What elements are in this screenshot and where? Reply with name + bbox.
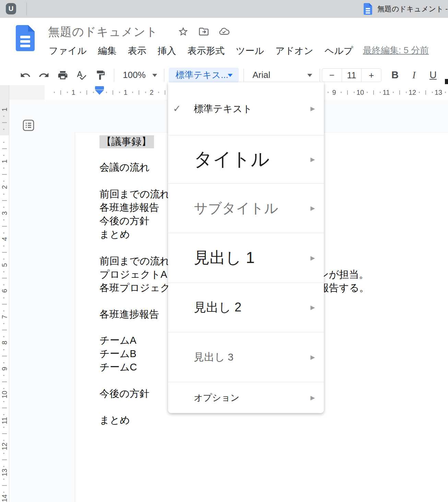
menu-item-7[interactable]: ヘルプ [325, 45, 353, 57]
ruler-number: 10 [1, 390, 8, 399]
doc-line[interactable]: プロジェクトA [99, 268, 167, 281]
ruler-number: 2 [1, 183, 8, 192]
ruler-tick [432, 92, 433, 93]
doc-line[interactable]: チームC [99, 361, 137, 374]
underline-button[interactable]: U [429, 65, 437, 85]
doc-line-text: 今後の方針 [99, 215, 150, 226]
font-size-decrease-button[interactable]: − [322, 69, 342, 82]
styles-selector[interactable]: 標準テキス... [169, 68, 239, 83]
doc-line-text: 会議の流れ [99, 162, 150, 173]
doc-line[interactable]: まとめ [99, 413, 130, 427]
ruler-tick [406, 92, 407, 93]
menu-item-2[interactable]: 表示 [128, 45, 146, 57]
doc-line-overflow[interactable]: 報告する。 [323, 281, 399, 295]
doc-line[interactable]: 会議の流れ [99, 161, 150, 174]
font-size-increase-button[interactable]: + [361, 69, 381, 82]
doc-line-text: チームA [99, 335, 137, 346]
move-folder-icon[interactable] [198, 26, 209, 38]
submenu-arrow-icon: ▶ [310, 205, 315, 212]
ruler-number: 8 [1, 338, 8, 347]
ruler-tick [445, 92, 446, 93]
doc-line[interactable]: 各班進捗報告 [99, 201, 159, 214]
toolbar-separator [164, 69, 164, 82]
ruler-tick [3, 427, 4, 428]
tab-title[interactable]: 無題のドキュメント - Google ドキュメン [377, 0, 448, 18]
docs-header: 無題のドキュメント ファイル編集表示挿入表示形式ツールアドオンヘルプ 最終編集:… [0, 18, 448, 65]
style-option-5[interactable]: 見出し 3▶ [168, 332, 324, 382]
style-option-1[interactable]: タイトル▶ [168, 135, 324, 183]
ruler-number: 11 [1, 416, 8, 425]
style-option-6[interactable]: オプション▶ [168, 382, 324, 413]
ruler-tick [3, 155, 4, 156]
doc-line-text: 前回までの流れ [99, 255, 170, 266]
bold-button[interactable]: B [391, 65, 399, 85]
ruler-tick [2, 122, 7, 123]
ruler-tick [399, 90, 400, 95]
doc-line-text: まとめ [99, 414, 130, 425]
style-option-label: 標準テキスト [194, 102, 252, 115]
doc-line-overflow[interactable]: ンが担当。 [323, 268, 399, 281]
menu-bar: ファイル編集表示挿入表示形式ツールアドオンヘルプ [49, 45, 353, 57]
doc-line-text: チームC [99, 362, 137, 373]
doc-line[interactable]: チームB [99, 347, 137, 361]
style-option-0[interactable]: ✓標準テキスト▶ [168, 82, 324, 135]
ruler-tick [3, 284, 4, 285]
ruler-tick [2, 278, 7, 278]
doc-line-text: 【議事録】 [99, 135, 154, 148]
vertical-ruler[interactable]: 11234567891011121314 [0, 100, 9, 502]
style-option-4[interactable]: 見出し 2▶ [168, 283, 324, 332]
doc-line[interactable]: 前回までの流れ [99, 254, 170, 268]
document-title[interactable]: 無題のドキュメント [48, 24, 158, 40]
menu-item-0[interactable]: ファイル [49, 45, 87, 57]
doc-line[interactable]: 今後の方針 [99, 387, 150, 400]
doc-line[interactable]: まとめ [99, 228, 130, 241]
zoom-control[interactable]: 100% [123, 65, 146, 85]
google-docs-logo-icon[interactable] [16, 25, 35, 53]
doc-line[interactable]: 今後の方針 [99, 214, 150, 228]
menu-item-4[interactable]: 表示形式 [188, 45, 225, 57]
ruler-tick [3, 142, 4, 143]
italic-button[interactable]: I [412, 65, 416, 85]
doc-line[interactable]: 各班プロジェク [99, 281, 170, 295]
last-edit-link[interactable]: 最終編集: 5 分前 [363, 44, 429, 56]
doc-line[interactable]: 前回までの流れ [99, 187, 170, 201]
print-icon[interactable] [57, 70, 68, 81]
star-icon[interactable] [178, 26, 189, 38]
ruler-number: 1 [123, 85, 127, 100]
ruler-number: 7 [1, 312, 8, 321]
ruler-tick [2, 200, 7, 201]
ruler-tick [3, 492, 4, 493]
menu-item-1[interactable]: 編集 [98, 45, 117, 57]
doc-line-text: まとめ [99, 229, 130, 240]
doc-line[interactable]: 各班進捗報告 [99, 308, 159, 321]
browser-profile-badge[interactable]: U [6, 3, 16, 14]
spellcheck-icon[interactable] [76, 70, 87, 81]
ruler-tick [347, 90, 348, 95]
font-caret-icon[interactable] [307, 74, 312, 77]
text-color-icon-partial[interactable] [445, 79, 448, 84]
left-indent-marker[interactable] [95, 90, 104, 95]
menu-item-5[interactable]: ツール [236, 45, 264, 57]
ruler-number: 2 [150, 85, 153, 100]
ruler-number: 12 [1, 442, 8, 451]
cloud-saved-icon[interactable] [218, 26, 230, 38]
ruler-tick [3, 246, 4, 247]
menu-item-6[interactable]: アドオン [275, 45, 314, 57]
first-line-indent-marker[interactable] [95, 86, 104, 90]
doc-line[interactable]: 【議事録】 [99, 135, 154, 148]
doc-line[interactable]: チームA [99, 334, 137, 347]
document-outline-icon[interactable] [23, 119, 34, 131]
ruler-tick [3, 388, 4, 389]
ruler-tick [3, 259, 4, 260]
menu-item-3[interactable]: 挿入 [158, 45, 176, 57]
ruler-tick [419, 92, 420, 93]
style-option-2[interactable]: サブタイトル▶ [168, 183, 324, 233]
redo-icon[interactable] [38, 70, 49, 81]
paint-format-icon[interactable] [95, 70, 106, 81]
undo-icon[interactable] [20, 70, 31, 81]
ruler-tick [2, 485, 7, 486]
zoom-caret-icon[interactable] [152, 74, 157, 77]
style-option-3[interactable]: 見出し 1▶ [168, 233, 324, 283]
ruler-tick [119, 92, 120, 93]
font-size-value[interactable]: 11 [342, 69, 362, 82]
